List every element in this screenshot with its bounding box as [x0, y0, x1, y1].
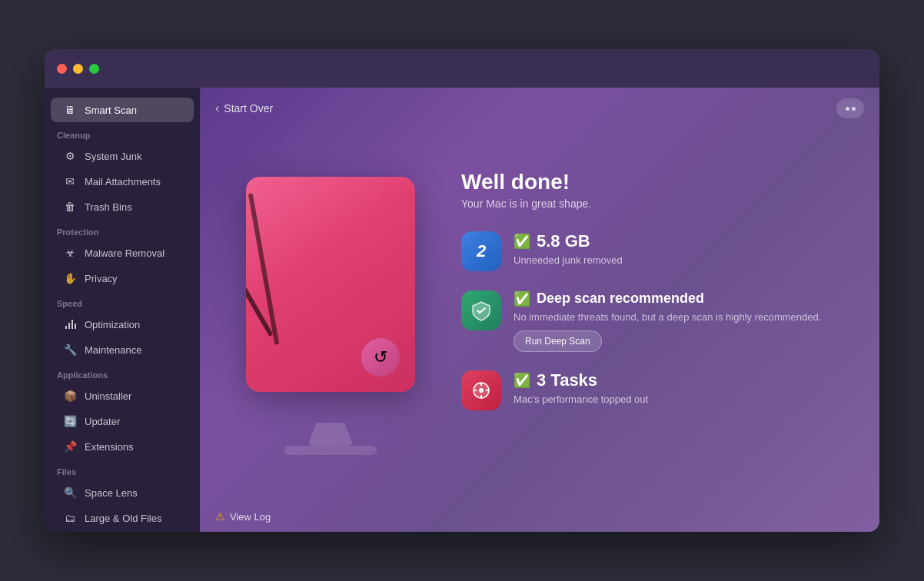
optimization-icon: [63, 317, 77, 331]
back-chevron-icon: ‹: [215, 101, 219, 115]
tasks-row: ✅ 3 Tasks: [514, 370, 849, 390]
sidebar-item-space-lens[interactable]: 🔍 Space Lens: [51, 480, 194, 505]
top-bar: ‹ Start Over: [200, 88, 879, 129]
mail-attachments-label: Mail Attachments: [85, 176, 161, 188]
more-options-button[interactable]: [836, 98, 864, 118]
sidebar-item-trash-bins[interactable]: 🗑 Trash Bins: [51, 194, 194, 219]
extensions-icon: 📌: [63, 440, 77, 453]
well-done-subtitle: Your Mac is in great shape.: [461, 198, 849, 210]
deep-scan-icon-box: [461, 290, 501, 330]
large-old-files-icon: 🗂: [63, 511, 77, 525]
extensions-label: Extensions: [85, 441, 134, 453]
maintenance-icon: 🔧: [63, 343, 77, 357]
system-junk-label: System Junk: [85, 151, 141, 162]
svg-rect-3: [75, 324, 76, 329]
main-content: ‹ Start Over ↺: [200, 88, 879, 532]
imac-app-icon: ↺: [361, 338, 400, 377]
mail-attachments-icon: ✉: [63, 174, 77, 188]
space-lens-label: Space Lens: [85, 487, 138, 499]
imac-base: [284, 446, 377, 455]
shield-icon: [470, 300, 492, 321]
junk-value: 5.8 GB: [537, 231, 590, 251]
sidebar-item-uninstaller[interactable]: 📦 Uninstaller: [51, 383, 194, 408]
optimization-label: Optimization: [85, 319, 140, 330]
privacy-icon: ✋: [63, 271, 77, 285]
updater-icon: 🔄: [63, 414, 77, 428]
speed-section-label: Speed: [45, 291, 200, 311]
check-circle-icon: ✅: [514, 372, 530, 389]
sidebar-item-extensions[interactable]: 📌 Extensions: [51, 434, 194, 459]
svg-rect-0: [65, 326, 67, 329]
check-circle-icon: ✅: [514, 233, 530, 250]
applications-section-label: Applications: [45, 363, 200, 383]
tasks-label: Mac's performance topped out: [514, 393, 849, 405]
view-log-button[interactable]: ⚠ View Log: [215, 510, 271, 523]
bottom-bar: ⚠ View Log: [200, 501, 879, 532]
imac-screen: ↺: [246, 177, 415, 392]
svg-rect-1: [68, 323, 70, 329]
junk-number-icon: 2: [477, 241, 486, 261]
imac-stand: [307, 423, 354, 446]
well-done-title: Well done!: [461, 170, 849, 194]
sidebar-item-maintenance[interactable]: 🔧 Maintenance: [51, 337, 194, 362]
maintenance-label: Maintenance: [85, 344, 141, 356]
sidebar-item-system-junk[interactable]: ⚙ System Junk: [51, 144, 194, 168]
trash-bins-icon: 🗑: [63, 200, 77, 214]
svg-point-5: [479, 388, 484, 393]
warning-icon: ⚠: [215, 510, 225, 523]
maximize-button[interactable]: [89, 64, 99, 74]
mac-illustration: ↺: [231, 161, 430, 438]
sidebar-item-updater[interactable]: 🔄 Updater: [51, 409, 194, 433]
sidebar-item-shredder[interactable]: 📄 Shredder: [51, 531, 194, 532]
space-lens-icon: 🔍: [63, 486, 77, 500]
sidebar-item-smart-scan[interactable]: 🖥 Smart Scan: [51, 98, 194, 122]
uninstaller-icon: 📦: [63, 389, 77, 403]
dot-icon: [852, 107, 856, 111]
junk-label: Unneeded junk removed: [514, 254, 849, 266]
view-log-label: View Log: [230, 511, 271, 523]
junk-result-row: ✅ 5.8 GB: [514, 231, 849, 251]
start-over-label: Start Over: [224, 102, 273, 115]
protection-section-label: Protection: [45, 220, 200, 240]
deep-scan-content: ✅ Deep scan recommended No immediate thr…: [514, 290, 849, 352]
run-deep-scan-button[interactable]: Run Deep Scan: [514, 330, 602, 352]
sidebar-item-optimization[interactable]: Optimization: [51, 312, 194, 337]
tasks-icon-box: [461, 370, 501, 410]
title-bar: [45, 49, 879, 88]
result-item-deep-scan: ✅ Deep scan recommended No immediate thr…: [461, 290, 849, 352]
sidebar: 🖥 Smart Scan Cleanup ⚙ System Junk ✉ Mai…: [45, 88, 200, 532]
dot-icon: [846, 107, 849, 111]
check-circle-icon: ✅: [514, 290, 530, 307]
updater-label: Updater: [85, 416, 120, 427]
result-item-tasks: ✅ 3 Tasks Mac's performance topped out: [461, 370, 849, 411]
close-button[interactable]: [57, 64, 67, 74]
tasks-content: ✅ 3 Tasks Mac's performance topped out: [514, 370, 849, 411]
trash-bins-label: Trash Bins: [85, 201, 132, 213]
sidebar-item-privacy[interactable]: ✋ Privacy: [51, 266, 194, 290]
result-item-junk: 2 ✅ 5.8 GB Unneeded junk removed: [461, 231, 849, 272]
malware-removal-label: Malware Removal: [85, 247, 165, 259]
start-over-button[interactable]: ‹ Start Over: [215, 101, 273, 115]
files-section-label: Files: [45, 460, 200, 480]
sidebar-item-malware-removal[interactable]: ☣ Malware Removal: [51, 241, 194, 265]
large-old-files-label: Large & Old Files: [85, 513, 161, 524]
content-area: ↺ Well done! Your Mac is in great shape.…: [200, 129, 879, 501]
app-window: 🖥 Smart Scan Cleanup ⚙ System Junk ✉ Mai…: [45, 49, 879, 532]
deep-scan-title: Deep scan recommended: [537, 290, 704, 307]
malware-removal-icon: ☣: [63, 246, 77, 260]
sidebar-item-large-old-files[interactable]: 🗂 Large & Old Files: [51, 506, 194, 530]
window-body: 🖥 Smart Scan Cleanup ⚙ System Junk ✉ Mai…: [45, 88, 879, 532]
privacy-label: Privacy: [85, 273, 118, 284]
smart-scan-label: Smart Scan: [85, 105, 137, 116]
cleanup-section-label: Cleanup: [45, 123, 200, 143]
junk-result-content: ✅ 5.8 GB Unneeded junk removed: [514, 231, 849, 272]
traffic-lights: [57, 64, 99, 74]
deep-scan-desc: No immediate threats found, but a deep s…: [514, 310, 849, 324]
svg-rect-2: [71, 320, 73, 329]
results-panel: Well done! Your Mac is in great shape. 2…: [461, 162, 849, 437]
minimize-button[interactable]: [73, 64, 83, 74]
junk-icon-box: 2: [461, 231, 501, 271]
sidebar-item-mail-attachments[interactable]: ✉ Mail Attachments: [51, 169, 194, 194]
tasks-icon: [470, 380, 492, 401]
tasks-value: 3 Tasks: [537, 370, 597, 390]
